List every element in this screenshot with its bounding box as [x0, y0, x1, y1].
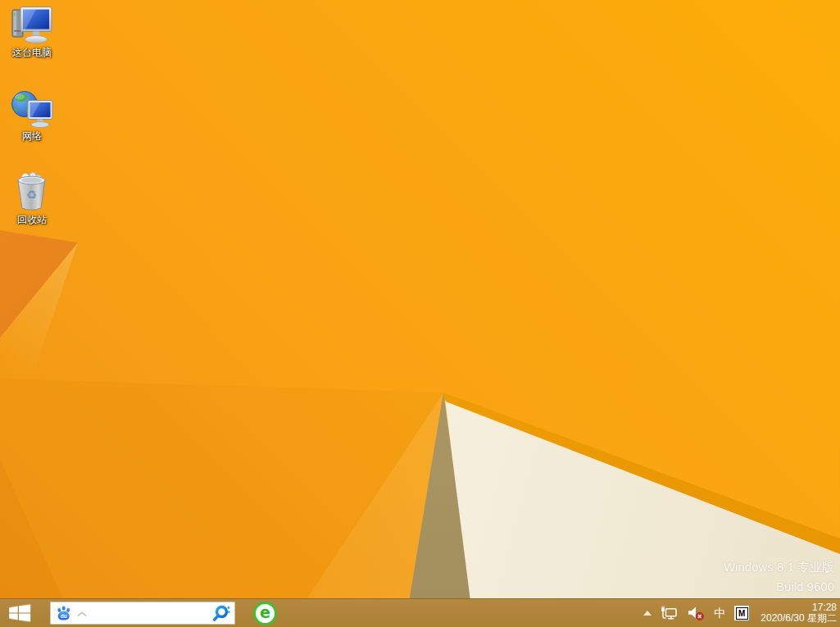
ime-cn-icon: 中	[714, 607, 725, 619]
baidu-paw-icon[interactable]: du	[56, 605, 72, 621]
desktop: 这台电脑 网络	[0, 0, 840, 627]
browser-360-button[interactable]: e	[253, 602, 277, 625]
clock[interactable]: 17:28 2020/6/30 星期二	[761, 602, 837, 624]
network-icon	[2, 88, 62, 129]
taskbar: du e	[0, 598, 840, 627]
recycle-bin-icon: ♻	[2, 171, 62, 212]
search-input[interactable]	[90, 603, 211, 623]
baidu-du-label: du	[61, 613, 67, 619]
watermark-build: Build 9600	[724, 577, 834, 597]
watermark-edition: Windows 8.1 专业版	[724, 557, 834, 577]
desktop-icon-label: 这台电脑	[2, 48, 62, 58]
ime-language-indicator[interactable]: 中	[714, 607, 725, 619]
volume-button[interactable]	[688, 606, 705, 621]
ethernet-network-icon	[661, 606, 679, 621]
start-button[interactable]	[0, 599, 38, 627]
network-tray-button[interactable]	[661, 606, 679, 621]
desktop-icon-network[interactable]: 网络	[2, 88, 62, 142]
ime-m-icon: M	[734, 606, 749, 620]
ime-mode-button[interactable]: M	[734, 606, 749, 620]
system-tray: 中 M 17:28 2020/6/30 星期二	[643, 602, 840, 624]
green-e-icon: e	[260, 605, 270, 620]
search-icon[interactable]	[211, 604, 230, 623]
windows-logo-icon	[9, 604, 30, 621]
this-pc-icon	[2, 4, 62, 45]
volume-muted-icon	[688, 606, 705, 621]
desktop-icon-label: 回收站	[2, 215, 62, 225]
up-arrow-icon	[643, 611, 652, 616]
chevron-up-icon[interactable]	[77, 611, 87, 617]
show-hidden-icons-button[interactable]	[643, 611, 652, 616]
clock-date: 2020/6/30 星期二	[761, 613, 837, 624]
watermark: Windows 8.1 专业版 Build 9600	[724, 557, 834, 597]
desktop-icon-recycle-bin[interactable]: ♻ 回收站	[2, 171, 62, 225]
desktop-icon-this-pc[interactable]: 这台电脑	[2, 4, 62, 58]
desktop-icon-label: 网络	[2, 131, 62, 142]
taskbar-search-box[interactable]: du	[50, 602, 235, 625]
svg-text:♻: ♻	[26, 188, 37, 202]
